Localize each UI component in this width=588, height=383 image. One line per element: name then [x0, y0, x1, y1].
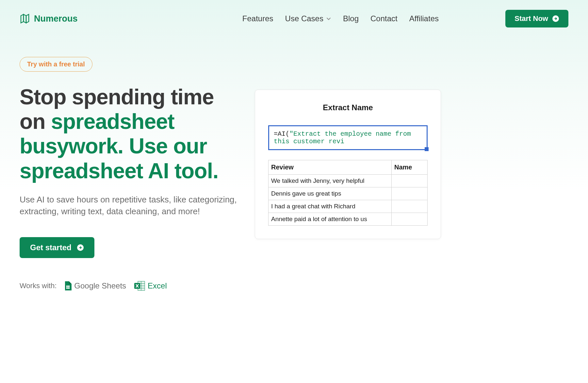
- nav-features[interactable]: Features: [242, 14, 273, 23]
- header-review: Review: [269, 160, 392, 175]
- start-now-button[interactable]: Start Now: [505, 10, 568, 27]
- cell-review: I had a great chat with Richard: [269, 200, 392, 213]
- free-trial-badge[interactable]: Try with a free trial: [20, 57, 92, 72]
- cell-name: [392, 200, 428, 213]
- nav-features-label: Features: [242, 14, 273, 23]
- formula-text: "Extract the employee name from this cus…: [274, 130, 411, 145]
- excel-icon: [134, 281, 145, 291]
- formula-input[interactable]: =AI("Extract the employee name from this…: [268, 125, 428, 150]
- free-trial-label: Try with a free trial: [27, 61, 85, 68]
- nav-blog[interactable]: Blog: [343, 14, 359, 23]
- cell-name: [392, 187, 428, 200]
- nav-affiliates-label: Affiliates: [409, 14, 439, 23]
- nav-use-cases[interactable]: Use Cases: [285, 14, 331, 23]
- table-row: Dennis gave us great tips: [269, 187, 428, 200]
- google-sheets-integration: Google Sheets: [64, 281, 126, 290]
- cell-review: Dennis gave us great tips: [269, 187, 392, 200]
- demo-title: Extract Name: [268, 103, 428, 112]
- hero-demo: Extract Name =AI("Extract the employee n…: [255, 57, 441, 239]
- hero-subtext: Use AI to save hours on repetitive tasks…: [20, 194, 242, 218]
- cell-review: We talked with Jenny, very helpful: [269, 175, 392, 187]
- get-started-label: Get started: [30, 243, 72, 252]
- excel-label: Excel: [148, 281, 167, 290]
- brand-logo[interactable]: Numerous: [20, 13, 78, 24]
- table-row: Annette paid a lot of attention to us: [269, 213, 428, 226]
- demo-card: Extract Name =AI("Extract the employee n…: [255, 90, 441, 239]
- cell-name: [392, 175, 428, 187]
- works-with-label: Works with:: [20, 282, 57, 290]
- arrow-right-icon: [552, 15, 559, 22]
- cell-resize-handle[interactable]: [425, 147, 429, 151]
- start-now-label: Start Now: [514, 14, 548, 23]
- cell-review: Annette paid a lot of attention to us: [269, 213, 392, 226]
- arrow-right-icon: [77, 244, 84, 251]
- table-row: We talked with Jenny, very helpful: [269, 175, 428, 187]
- hero-content: Try with a free trial Stop spending time…: [20, 57, 242, 291]
- nav-blog-label: Blog: [343, 14, 359, 23]
- hero-section: Try with a free trial Stop spending time…: [20, 37, 568, 291]
- nav-use-cases-label: Use Cases: [285, 14, 323, 23]
- excel-integration: Excel: [134, 281, 167, 291]
- demo-table: Review Name We talked with Jenny, very h…: [268, 160, 428, 226]
- google-sheets-label: Google Sheets: [74, 281, 126, 290]
- nav-contact-label: Contact: [370, 14, 398, 23]
- get-started-button[interactable]: Get started: [20, 237, 94, 258]
- nav-contact[interactable]: Contact: [370, 14, 398, 23]
- header-name: Name: [392, 160, 428, 175]
- header: Numerous Features Use Cases Blog Contact…: [20, 0, 568, 37]
- primary-nav: Features Use Cases Blog Contact Affiliat…: [242, 14, 439, 23]
- brand-name: Numerous: [34, 14, 78, 24]
- table-header-row: Review Name: [269, 160, 428, 175]
- cell-name: [392, 213, 428, 226]
- table-row: I had a great chat with Richard: [269, 200, 428, 213]
- google-sheets-icon: [64, 281, 72, 290]
- nav-affiliates[interactable]: Affiliates: [409, 14, 439, 23]
- works-with-section: Works with: Google Sheets: [20, 281, 242, 291]
- formula-prefix: =AI(: [274, 130, 289, 138]
- logo-icon: [20, 13, 31, 24]
- chevron-down-icon: [326, 16, 331, 21]
- hero-heading: Stop spending time on spreadsheet busywo…: [20, 85, 242, 183]
